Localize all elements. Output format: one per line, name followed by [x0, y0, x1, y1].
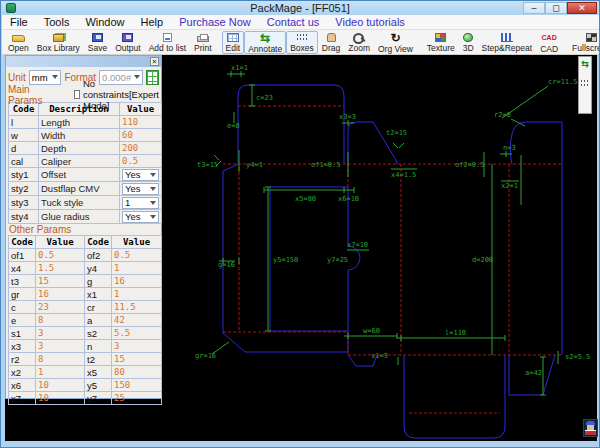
dimension-label-s2: s2=5.5 — [565, 353, 590, 361]
d-value-field[interactable]: 200 — [120, 142, 162, 155]
table-row: lLength110 — [9, 116, 162, 129]
edit-button[interactable]: Edit — [222, 31, 245, 54]
table-row: x710y725 — [9, 392, 162, 405]
param-value-cell[interactable]: 1.5 — [36, 262, 85, 275]
dimension-label-e: e=8 — [227, 122, 240, 130]
drawing-canvas[interactable]: x1=1cr=11.5c=23e=8x3=3t2=15x4=1.5of1=0.5… — [5, 55, 597, 441]
unit-select[interactable]: mm — [29, 70, 62, 85]
param-code-cell: e — [9, 314, 36, 327]
menu-item-video-tutorials[interactable]: Video tutorials — [335, 16, 405, 28]
maximize-button[interactable]: ◻ — [545, 2, 567, 14]
drag-icon — [327, 33, 336, 42]
expert-mode-checkbox[interactable] — [74, 90, 80, 99]
param-code-cell: s2 — [85, 327, 112, 340]
dimension-label-w: w=60 — [363, 327, 380, 335]
minimize-button[interactable]: – — [523, 2, 545, 14]
org-view-button[interactable]: ↻Org View — [374, 31, 417, 54]
param-code-cell: y7 — [85, 392, 112, 405]
sty2-dropdown[interactable]: Yes — [122, 183, 159, 195]
sty4-dropdown[interactable]: Yes — [122, 211, 159, 223]
menu-item-tools[interactable]: Tools — [44, 16, 70, 28]
param-code-cell: of2 — [85, 249, 112, 262]
sty3-dropdown[interactable]: 1 — [122, 197, 159, 209]
sty1-dropdown[interactable]: Yes — [122, 169, 159, 181]
l-value-field[interactable]: 110 — [120, 116, 162, 129]
mascot-avatar[interactable] — [583, 419, 598, 437]
table-row: sty4Glue radiusYes — [9, 210, 162, 224]
param-value-cell[interactable]: 8 — [36, 353, 85, 366]
toolbar-button-label: Drag — [322, 43, 340, 53]
format-select[interactable]: 0.000# — [99, 70, 143, 85]
table-row: t315g16 — [9, 275, 162, 288]
output-icon — [122, 33, 133, 42]
dimension-label-s1: s1=3 — [371, 352, 388, 360]
param-value-cell[interactable]: 11.5 — [112, 301, 162, 314]
save-button[interactable]: Save — [84, 31, 111, 54]
menu-item-file[interactable]: File — [10, 16, 28, 28]
zoom-button[interactable]: Zoom — [344, 31, 374, 54]
annotate-button[interactable]: ⇆Annotate — [244, 31, 286, 54]
menu-item-window[interactable]: Window — [85, 16, 124, 28]
param-value-cell[interactable]: 42 — [112, 314, 162, 327]
cal-value-field[interactable]: 0.5 — [120, 155, 162, 168]
param-value-cell[interactable]: 16 — [36, 288, 85, 301]
toolbar-button-label: CAD — [540, 44, 558, 54]
param-value-cell[interactable]: 0.5 — [36, 249, 85, 262]
param-value-cell[interactable]: 10 — [36, 379, 85, 392]
param-value-cell[interactable]: 80 — [112, 366, 162, 379]
param-value-cell[interactable]: 0.5 — [112, 249, 162, 262]
tuck-flap-outline — [238, 85, 344, 106]
close-button[interactable]: ✕ — [567, 2, 597, 14]
3d-button[interactable]: 3D — [459, 31, 478, 54]
cad-icon: CAD — [542, 33, 556, 43]
mascot-body — [585, 430, 596, 435]
toolbar-button-label: Output — [115, 43, 141, 53]
menu-item-help[interactable]: Help — [141, 16, 164, 28]
chevron-down-icon — [134, 75, 140, 79]
open-button[interactable]: Open — [4, 31, 33, 54]
param-value-cell[interactable]: 1 — [112, 288, 162, 301]
table-row: r28t215 — [9, 353, 162, 366]
toolbar-button-label: Fullscreen — [572, 43, 600, 53]
right-dust-flap — [510, 122, 562, 164]
param-code-cell: t2 — [85, 353, 112, 366]
toolbar-button-label: Texture — [427, 43, 455, 53]
panel-close-icon[interactable]: ✕ — [150, 57, 159, 66]
param-value-cell[interactable]: 15 — [36, 275, 85, 288]
param-value-cell[interactable]: 16 — [112, 275, 162, 288]
cad-button[interactable]: CADCAD — [536, 31, 562, 54]
toolbar-button-label: Print — [194, 43, 211, 53]
menu-item-contact-us[interactable]: Contact us — [267, 16, 320, 28]
param-value-cell[interactable]: 3 — [36, 327, 85, 340]
toolbar-button-label: Org View — [378, 44, 413, 54]
drag-button[interactable]: Drag — [318, 31, 344, 54]
dimension-label-x3: x3=3 — [339, 113, 356, 121]
step-repeat-button[interactable]: Step&Repeat — [478, 31, 537, 54]
boxes-button[interactable]: Boxes — [286, 31, 318, 54]
add-to-list-button[interactable]: Add to list — [145, 31, 190, 54]
print-button[interactable]: Print — [190, 31, 215, 54]
output-button[interactable]: Output — [111, 31, 145, 54]
param-value-cell[interactable]: 1 — [36, 366, 85, 379]
param-value-cell[interactable]: 8 — [36, 314, 85, 327]
box-library-button[interactable]: Box Library — [33, 31, 84, 54]
param-value-cell[interactable]: 150 — [112, 379, 162, 392]
param-cell: d — [9, 142, 39, 155]
param-value-cell[interactable]: 15 — [112, 353, 162, 366]
param-value-cell[interactable]: 1 — [112, 262, 162, 275]
menu-item-purchase-now[interactable]: Purchase Now — [179, 16, 251, 28]
param-value-cell[interactable]: 3 — [36, 340, 85, 353]
param-value-cell[interactable]: 23 — [36, 301, 85, 314]
param-code-cell: of1 — [9, 249, 36, 262]
texture-button[interactable]: Texture — [423, 31, 459, 54]
param-value-cell[interactable]: 10 — [36, 392, 85, 405]
w-value-field[interactable]: 60 — [120, 129, 162, 142]
fullscreen-button[interactable]: Fullscreen — [568, 31, 600, 54]
boxes-icon[interactable] — [580, 79, 590, 88]
dimension-label-x7: x7=10 — [347, 241, 368, 249]
param-value-cell[interactable]: 5.5 — [112, 327, 162, 340]
param-value-cell[interactable]: 3 — [112, 340, 162, 353]
orgview-icon: ↻ — [388, 33, 402, 43]
annotate-icon[interactable]: ⇆ — [579, 58, 591, 70]
param-value-cell[interactable]: 25 — [112, 392, 162, 405]
